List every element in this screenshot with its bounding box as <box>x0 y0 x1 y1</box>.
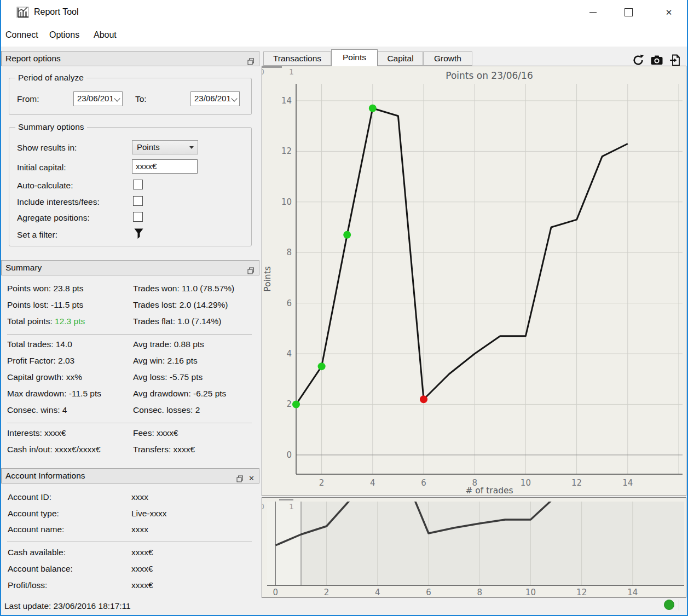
account-type-label: Account type: <box>8 509 59 519</box>
account-id-value: xxxx <box>131 492 148 502</box>
auto-calculate-checkbox[interactable] <box>133 180 143 189</box>
divider <box>7 423 252 423</box>
points-chart-canvas[interactable]: 246810121402468101214Points on 23/06/16#… <box>262 66 686 496</box>
svg-text:0: 0 <box>286 450 292 460</box>
statusbar-separator <box>679 600 679 611</box>
summary-options-groupbox: Summary options Show results in: Points … <box>9 127 252 246</box>
account-name-value: xxxx <box>131 525 148 534</box>
from-label: From: <box>17 94 39 104</box>
tab-growth[interactable]: Growth <box>423 51 472 66</box>
stat-total-points: Total points: 12.3 pts <box>7 316 85 326</box>
stat-trades-won: Trades won: 11.0 (78.57%) <box>133 284 234 293</box>
show-results-dropdown[interactable]: Points <box>132 140 198 154</box>
stat-trades-lost: Trades lost: 2.0 (14.29%) <box>133 300 228 310</box>
menu-connect[interactable]: Connect <box>2 29 42 41</box>
stat-consec-wins: Consec. wins: 4 <box>7 405 67 415</box>
initial-capital-input[interactable]: xxxx€ <box>132 159 198 174</box>
account-info-title: Account Informations <box>5 471 85 480</box>
app-icon <box>15 5 30 22</box>
chevron-down-icon <box>231 95 237 101</box>
profit-loss-value: xxxx€ <box>131 580 153 590</box>
account-type-value: Live-xxxx <box>131 509 167 519</box>
svg-text:6: 6 <box>286 298 292 308</box>
report-options-header: Report options <box>1 51 259 66</box>
menu-options[interactable]: Options <box>46 29 83 41</box>
svg-text:Points on 23/06/16: Points on 23/06/16 <box>446 70 533 81</box>
include-interests-checkbox[interactable] <box>133 196 143 206</box>
svg-text:1: 1 <box>289 67 294 76</box>
minimize-button[interactable] <box>580 0 606 25</box>
include-interests-label: Include interests/fees: <box>17 197 100 207</box>
tab-transactions[interactable]: Transactions <box>263 51 331 66</box>
svg-text:2: 2 <box>319 478 325 488</box>
total-points-value: 12.3 pts <box>55 316 85 326</box>
svg-text:8: 8 <box>286 247 292 257</box>
tab-points[interactable]: Points <box>331 49 378 66</box>
overview-range-selector[interactable]: 0246810121401 <box>262 498 686 597</box>
maximize-icon <box>625 8 633 16</box>
maximize-button[interactable] <box>615 0 641 25</box>
svg-text:12: 12 <box>281 146 292 156</box>
svg-text:4: 4 <box>375 588 380 597</box>
from-date-value: 23/06/201 <box>77 94 114 103</box>
stat-points-lost: Points lost: -11.5 pts <box>7 300 83 310</box>
account-balance-value: xxxx€ <box>131 564 153 574</box>
auto-calculate-label: Auto-calculate: <box>17 181 73 191</box>
menu-about[interactable]: About <box>90 29 120 41</box>
close-button[interactable]: ✕ <box>656 0 682 25</box>
svg-text:0: 0 <box>262 502 264 511</box>
svg-text:4: 4 <box>286 349 292 359</box>
summary-body: Points won: 23.8 pts Trades won: 11.0 (7… <box>1 275 259 467</box>
period-group-label: Period of analyze <box>15 73 86 83</box>
close-icon: ✕ <box>666 8 673 18</box>
svg-text:1: 1 <box>289 502 294 511</box>
agregate-positions-label: Agregate positions: <box>17 213 90 223</box>
svg-text:10: 10 <box>281 197 292 207</box>
account-info-body: Account ID: xxxx Account type: Live-xxxx… <box>1 483 259 598</box>
summary-options-label: Summary options <box>15 122 87 132</box>
tab-capital[interactable]: Capital <box>378 51 423 66</box>
stat-transfers: Transfers: xxxx€ <box>133 445 195 454</box>
stat-capital-growth: Capital growth: xx% <box>7 372 82 382</box>
to-date-combo[interactable]: 23/06/201 <box>190 91 240 106</box>
svg-text:2: 2 <box>286 399 292 409</box>
stat-cash-in-out: Cash in/out: xxxx€/xxxx€ <box>7 445 101 454</box>
show-results-label: Show results in: <box>17 143 77 153</box>
filter-icon[interactable] <box>134 228 144 242</box>
svg-text:# of trades: # of trades <box>465 486 513 496</box>
agregate-positions-checkbox[interactable] <box>133 212 143 222</box>
connection-status-icon <box>664 600 674 610</box>
cash-available-label: Cash available: <box>8 548 66 557</box>
stat-fees: Fees: xxxx€ <box>133 428 178 438</box>
account-balance-label: Account balance: <box>8 564 73 574</box>
account-info-header: Account Informations ✕ <box>1 468 259 483</box>
dropdown-arrow-icon <box>189 146 194 149</box>
svg-text:2: 2 <box>324 588 329 597</box>
cash-available-value: xxxx€ <box>131 548 153 557</box>
to-label: To: <box>135 94 147 104</box>
stat-avg-win: Avg win: 2.16 pts <box>133 356 198 366</box>
account-name-label: Account name: <box>8 525 64 534</box>
window-title: Report Tool <box>34 7 79 17</box>
svg-text:10: 10 <box>521 478 531 488</box>
stat-avg-trade: Avg trade: 0.88 pts <box>133 339 204 349</box>
points-chart-frame: 246810121402468101214Points on 23/06/16#… <box>262 66 686 496</box>
svg-text:10: 10 <box>525 588 536 597</box>
chevron-down-icon <box>114 95 120 101</box>
svg-text:6: 6 <box>426 588 431 597</box>
report-options-title: Report options <box>5 54 61 63</box>
summary-title: Summary <box>5 263 42 272</box>
statusbar: Last update: 23/06/2016 18:17:11 <box>0 598 688 615</box>
window-border-left <box>0 0 1 616</box>
summary-header: Summary <box>1 260 259 275</box>
svg-text:14: 14 <box>627 588 638 597</box>
from-date-combo[interactable]: 23/06/201 <box>73 91 123 106</box>
menubar: Connect Options About <box>0 25 688 47</box>
divider <box>7 334 252 335</box>
to-date-value: 23/06/201 <box>194 94 231 103</box>
report-tool-window: Report Tool ✕ Connect Options About <box>0 0 688 616</box>
svg-text:0: 0 <box>273 588 279 597</box>
initial-capital-label: Initial capital: <box>17 163 66 172</box>
period-groupbox: Period of analyze From: 23/06/201 To: 23… <box>9 78 252 115</box>
initial-capital-value: xxxx€ <box>136 162 157 171</box>
